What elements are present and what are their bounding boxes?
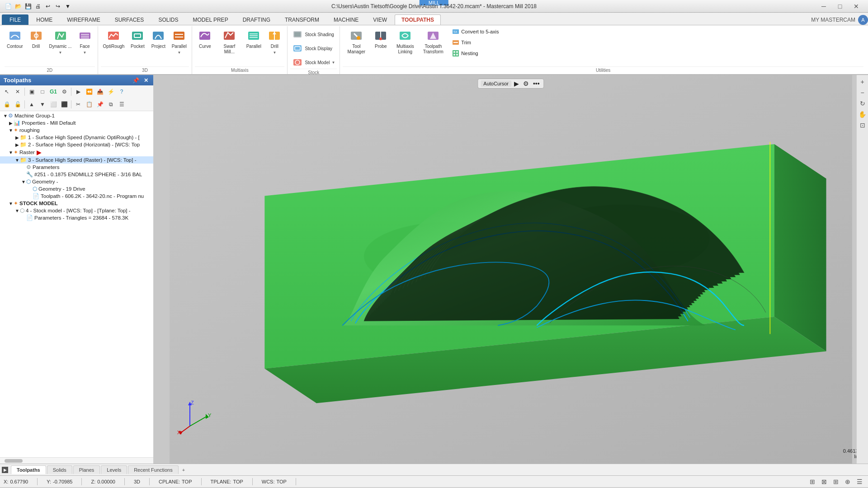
parallel-ma-button[interactable]: Parallel [244, 27, 264, 51]
expand-roughing[interactable]: ▼ [8, 128, 14, 133]
tree-op3-toolpath[interactable]: 📄 Toolpath - 606.2K - 3642-20.nc - Progr… [0, 192, 153, 200]
pt-move-down-button[interactable]: ▼ [38, 99, 47, 109]
view-fit[interactable]: ⊡ [858, 120, 868, 130]
pt-help-button[interactable]: ? [117, 87, 127, 97]
expand-op2[interactable]: ▶ [14, 142, 20, 147]
pt-cut-button[interactable]: ✂ [73, 99, 83, 109]
convert-5axis-button[interactable]: 5X Convert to 5-axis [450, 27, 500, 36]
h-scroll-thumb[interactable] [5, 459, 23, 463]
minimize-button[interactable]: ─ [816, 0, 832, 13]
tab-file[interactable]: FILE [2, 14, 28, 25]
expand-stock-model[interactable]: ▼ [8, 201, 14, 206]
horizontal-scrollbar[interactable] [0, 457, 153, 464]
expand-op3-geometry[interactable]: ▼ [21, 179, 26, 184]
restore-button[interactable]: □ [832, 0, 848, 13]
curve-button[interactable]: Curve [195, 27, 215, 51]
pt-select-none-button[interactable]: □ [38, 87, 47, 97]
probe-button[interactable]: Probe [371, 27, 391, 51]
pt-lock-button[interactable]: 🔒 [2, 99, 12, 109]
stock-display-button[interactable]: Stock Display [290, 42, 334, 55]
view-zoom-in[interactable]: + [858, 77, 868, 87]
tree-op3-geometry[interactable]: ▼ ⬡ Geometry - [0, 178, 153, 185]
expand-op3[interactable]: ▼ [14, 158, 20, 163]
project-button[interactable]: Project [148, 27, 168, 51]
vt-settings-icon[interactable]: ⚙ [522, 80, 530, 87]
multiaxis-linking-button[interactable]: Multiaxis Linking [392, 27, 419, 56]
face-button[interactable]: Face [75, 27, 95, 51]
grid-icon[interactable]: ⊞ [807, 477, 817, 487]
tree-op3-geometry-sub[interactable]: ⬡ Geometry - 19 Drive [0, 185, 153, 192]
toolpath-transform-button[interactable]: Toolpath Transform [420, 27, 447, 56]
qa-save[interactable]: 💾 [24, 2, 33, 11]
view-rotate[interactable]: ↻ [858, 99, 868, 108]
panel-close-button[interactable]: ✕ [142, 77, 150, 84]
dynamic-button[interactable]: Dynamic ... [47, 27, 74, 51]
pt-extra-button[interactable]: ☰ [117, 99, 127, 109]
pt-move-up-button[interactable]: ▲ [27, 99, 37, 109]
drill-ma-button[interactable]: Drill [264, 27, 284, 51]
tree-op2[interactable]: ▶ 📁 2 - Surface High Speed (Horizontal) … [0, 141, 153, 148]
vt-play-icon[interactable]: ▶ [513, 80, 520, 87]
expand-raster[interactable]: ▼ [8, 150, 14, 155]
my-mastercam-avatar[interactable]: A [858, 15, 868, 25]
pt-duplicate-button[interactable]: ⧉ [106, 99, 116, 109]
tab-drafting[interactable]: DRAFTING [236, 14, 277, 25]
tree-roughing-group[interactable]: ▼ ✦ roughing [0, 127, 153, 134]
stock-shading-button[interactable]: Stock Shading [290, 28, 336, 41]
toolpaths-tree[interactable]: ▼ ⚙ Machine Group-1 ▶ 📊 Properties - Mil… [0, 111, 153, 457]
pt-deselect-button[interactable]: ✕ [13, 87, 23, 97]
expand-properties[interactable]: ▶ [8, 121, 14, 126]
view-zoom-out[interactable]: − [858, 88, 868, 98]
pt-verify-button[interactable]: ▶ [73, 87, 83, 97]
pt-post-button[interactable]: 📤 [95, 87, 105, 97]
tool-manager-button[interactable]: Tool Manager [343, 27, 370, 56]
tab-solids-bottom[interactable]: Solids [47, 465, 72, 474]
tab-levels-bottom[interactable]: Levels [101, 465, 127, 474]
pocket-3d-button[interactable]: Pocket [127, 27, 147, 51]
dynamic-dropdown[interactable]: ▼ [59, 51, 62, 55]
panel-pin-button[interactable]: 📌 [131, 77, 141, 84]
pt-paste-button[interactable]: 📌 [95, 99, 105, 109]
tab-wireframe[interactable]: WIREFRAME [60, 14, 107, 25]
close-button[interactable]: ✕ [848, 0, 864, 13]
qa-dropdown[interactable]: ▼ [63, 2, 72, 11]
add-viewsheet-button[interactable]: + [179, 466, 188, 474]
tree-op3[interactable]: ▼ 📁 3 - Surface High Speed (Raster) - [W… [0, 156, 153, 164]
pt-unindent-button[interactable]: ⬛ [59, 99, 69, 109]
contour-button[interactable]: Contour [5, 27, 25, 51]
pt-copy-button[interactable]: 📋 [84, 99, 94, 109]
qa-print[interactable]: 🖨 [33, 2, 42, 11]
qa-new[interactable]: 📄 [4, 2, 13, 11]
drill-button[interactable]: Drill [26, 27, 46, 51]
3d-viewport[interactable]: AutoCursor ▶ ⚙ ••• [154, 75, 868, 464]
expand-op4[interactable]: ▼ [14, 208, 20, 213]
snap-icon[interactable]: ⊠ [819, 477, 829, 487]
pt-highfeed-button[interactable]: ⚡ [106, 87, 116, 97]
tab-solids[interactable]: SOLIDS [151, 14, 185, 25]
vt-more-icon[interactable]: ••• [532, 80, 541, 87]
expand-op1[interactable]: ▶ [14, 135, 20, 140]
face-dropdown[interactable]: ▼ [83, 51, 87, 55]
status-extra-2[interactable]: ☰ [854, 477, 864, 487]
status-extra-1[interactable]: ⊕ [843, 477, 853, 487]
tree-op1[interactable]: ▶ 📁 1 - Surface High Speed (Dynamic Opti… [0, 134, 153, 141]
qa-undo[interactable]: ↩ [43, 2, 52, 11]
tree-stock-model-group[interactable]: ▼ ✦ STOCK MODEL [0, 200, 153, 207]
optirough-button[interactable]: OptiRough [101, 27, 127, 51]
parallel-3d-dropdown[interactable]: ▼ [177, 51, 181, 55]
tree-op4-params[interactable]: 📄 Parameters - Triangles = 23684 - 578.3… [0, 214, 153, 221]
tab-machine[interactable]: MACHINE [327, 14, 365, 25]
tab-model-prep[interactable]: MODEL PREP [186, 14, 235, 25]
stock-model-button[interactable]: Stock Model ▼ [290, 56, 337, 69]
pt-unlock-button[interactable]: 🔓 [13, 99, 23, 109]
tree-op3-tool[interactable]: 🔧 #251 - 0.1875 ENDMILL2 SPHERE - 3/16 B… [0, 171, 153, 178]
parallel-3d-button[interactable]: Parallel [169, 27, 189, 51]
tab-planes-bottom[interactable]: Planes [73, 465, 100, 474]
tree-raster-group[interactable]: ▼ ✦ Raster ▶ [0, 148, 153, 156]
tree-properties[interactable]: ▶ 📊 Properties - Mill Default [0, 119, 153, 127]
swarf-button[interactable]: Swarf Mill... [216, 27, 243, 56]
qa-open[interactable]: 📂 [14, 2, 23, 11]
view-pan[interactable]: ✋ [858, 109, 868, 119]
tab-toolpaths-bottom[interactable]: Toolpaths [11, 465, 46, 474]
pt-cursor-button[interactable]: ↖ [2, 87, 12, 97]
